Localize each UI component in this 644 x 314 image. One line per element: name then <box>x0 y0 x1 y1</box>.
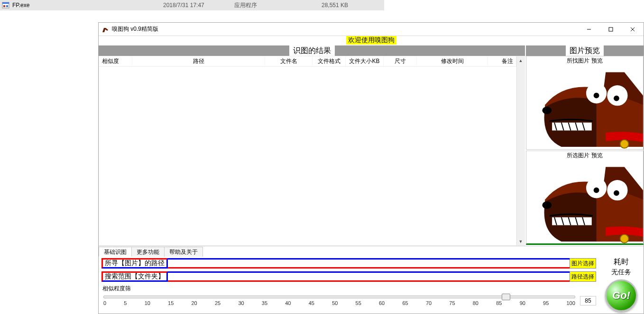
tabs-row: 基础识图 更多功能 帮助及关于 <box>99 246 644 256</box>
target-image-preview: 所找图片 预览 <box>526 56 644 150</box>
timecost-value: 无任务 <box>611 268 631 277</box>
col-similarity[interactable]: 相似度 <box>99 56 132 66</box>
svg-point-21 <box>620 234 629 243</box>
explorer-file-size: 28,551 KB <box>301 2 358 9</box>
app-icon <box>101 26 109 33</box>
scroll-up-icon[interactable]: ▲ <box>517 56 524 64</box>
svg-point-12 <box>614 96 619 101</box>
svg-point-10 <box>607 85 627 106</box>
explorer-file-type: 应用程序 <box>234 1 301 9</box>
svg-point-13 <box>542 107 552 114</box>
tab-basic[interactable]: 基础识图 <box>99 247 132 257</box>
welcome-banner: 欢迎使用嗅图狗 <box>99 36 644 45</box>
similarity-slider[interactable]: 0510152025303540455055606570758085909510… <box>101 294 577 308</box>
svg-point-20 <box>542 201 552 209</box>
selected-preview-image <box>526 160 643 244</box>
preview-header-bar: 图片预览 <box>526 45 644 56</box>
col-format[interactable]: 文件格式 <box>313 56 346 66</box>
folder-path-row: 搜索范围【文件夹】 路径选择 <box>101 271 596 282</box>
close-button[interactable] <box>622 23 644 36</box>
selected-preview-caption: 所选图片 预览 <box>526 151 643 160</box>
col-size[interactable]: 文件大小KB <box>346 56 384 66</box>
preview-header-text: 图片预览 <box>566 45 604 56</box>
svg-rect-1 <box>2 2 9 4</box>
col-dimensions[interactable]: 尺寸 <box>384 56 417 66</box>
explorer-file-name: FP.exe <box>11 2 163 9</box>
svg-point-14 <box>620 140 629 148</box>
image-path-row: 所寻【图片】的路径 图片选择 <box>101 258 596 269</box>
exe-file-icon <box>1 1 10 9</box>
svg-point-18 <box>594 187 599 193</box>
folder-path-label: 搜索范围【文件夹】 <box>101 271 168 282</box>
tab-more[interactable]: 更多功能 <box>131 247 165 257</box>
col-note[interactable]: 备注 <box>488 56 516 66</box>
results-table-header: 相似度 路径 文件名 文件格式 文件大小KB 尺寸 修改时间 备注 <box>99 56 516 67</box>
maximize-button[interactable] <box>600 23 622 36</box>
explorer-file-date: 2018/7/31 17:47 <box>163 2 234 9</box>
svg-point-19 <box>614 190 619 196</box>
results-header-bar: 识图的结果 <box>99 45 525 56</box>
svg-rect-2 <box>3 5 5 7</box>
col-mtime[interactable]: 修改时间 <box>417 56 488 66</box>
folder-path-input[interactable] <box>168 271 570 282</box>
minimize-button[interactable] <box>578 23 600 36</box>
slider-title: 相似程度筛 <box>101 285 596 293</box>
svg-point-11 <box>594 93 599 99</box>
svg-rect-5 <box>609 27 613 31</box>
tab-help[interactable]: 帮助及关于 <box>164 247 203 257</box>
selected-image-preview: 所选图片 预览 <box>526 151 644 245</box>
timecost-label: 耗时 <box>614 257 629 267</box>
welcome-text: 欢迎使用嗅图狗 <box>346 36 396 45</box>
explorer-file-row[interactable]: FP.exe 2018/7/31 17:47 应用程序 28,551 KB <box>0 0 384 10</box>
window-title: 嗅图狗 v0.9精简版 <box>112 25 578 33</box>
slider-ticks: 0510152025303540455055606570758085909510… <box>103 300 575 306</box>
image-choose-button[interactable]: 图片选择 <box>570 258 596 269</box>
target-preview-caption: 所找图片 预览 <box>526 56 643 65</box>
slider-thumb[interactable] <box>502 294 510 300</box>
results-header-text: 识图的结果 <box>289 45 335 56</box>
image-path-input[interactable] <box>168 258 570 269</box>
app-window: 嗅图狗 v0.9精简版 欢迎使用嗅图狗 识图的结果 相似度 路径 <box>98 22 644 314</box>
go-button[interactable]: Go! <box>605 279 637 312</box>
scroll-down-icon[interactable]: ▼ <box>517 237 524 245</box>
results-scrollbar[interactable]: ▲ ▼ <box>516 56 524 245</box>
svg-rect-3 <box>6 5 8 7</box>
col-path[interactable]: 路径 <box>132 56 265 66</box>
folder-choose-button[interactable]: 路径选择 <box>570 271 596 282</box>
results-table-body[interactable] <box>99 67 516 245</box>
svg-point-17 <box>607 180 627 200</box>
image-path-label: 所寻【图片】的路径 <box>101 258 168 269</box>
slider-value[interactable]: 85 <box>580 296 596 305</box>
col-filename[interactable]: 文件名 <box>265 56 313 66</box>
target-preview-image <box>526 65 643 149</box>
titlebar: 嗅图狗 v0.9精简版 <box>99 23 644 36</box>
